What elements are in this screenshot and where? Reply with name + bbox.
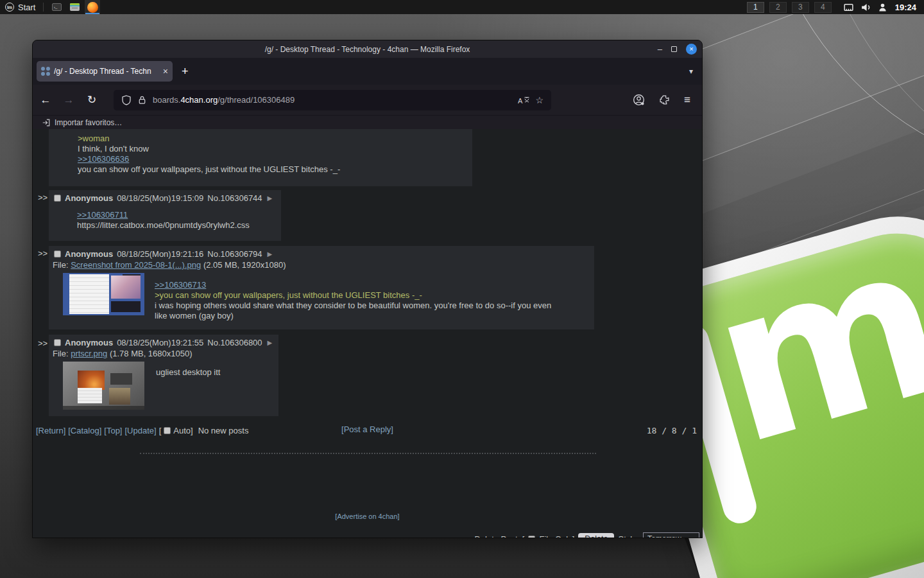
import-bookmarks-icon (42, 118, 51, 127)
account-icon[interactable] (633, 94, 645, 106)
workspace-button-4[interactable]: 4 (814, 2, 832, 13)
tab-desktop-thread[interactable]: /g/ - Desktop Thread - Techn × (37, 61, 173, 82)
post-checkbox[interactable] (54, 250, 61, 258)
post-menu-icon[interactable]: ▶ (268, 250, 273, 258)
new-tab-button[interactable]: + (182, 65, 189, 78)
user-icon[interactable] (878, 3, 887, 12)
top-link[interactable]: [Top] (104, 426, 122, 435)
minimize-button[interactable]: – (658, 46, 662, 53)
greentext-line: >woman (78, 134, 472, 144)
post-text: I think, I don't know (78, 144, 472, 154)
extensions-puzzle-icon[interactable] (659, 94, 670, 105)
update-link[interactable]: [Update] (124, 426, 156, 435)
auto-label: Auto] (173, 426, 193, 435)
clock[interactable]: 19:24 (895, 3, 916, 12)
post-thumbnail[interactable] (63, 273, 144, 315)
post-number[interactable]: No.106306800 (207, 338, 262, 347)
workspace-button-3[interactable]: 3 (792, 2, 809, 13)
catalog-link[interactable]: [Catalog] (68, 426, 101, 435)
style-select-value: Tomorrow (647, 534, 681, 538)
firefox-window: /g/ - Desktop Thread - Technology - 4cha… (32, 40, 703, 538)
post-menu-icon[interactable]: ▶ (268, 339, 273, 346)
volume-icon[interactable] (860, 3, 871, 12)
thread-page: >woman I think, I don't know >>106306636… (33, 129, 702, 538)
post-reply-106306794: Anonymous 08/18/25(Mon)19:21:16 No.10630… (49, 246, 594, 329)
post-checkbox[interactable] (54, 195, 61, 202)
post-number[interactable]: No.106306794 (207, 249, 262, 259)
post-number[interactable]: No.106306744 (207, 193, 262, 203)
thread-stats: 18 / 8 / 1 (647, 426, 697, 435)
navigation-toolbar: ← → ↻ boards.4chan.org/g/thread/10630648… (33, 85, 702, 115)
delete-button[interactable]: Delete (578, 533, 614, 538)
update-status: No new posts (198, 426, 249, 435)
tab-close-icon[interactable]: × (163, 66, 168, 76)
greentext-line: >you can show off your wallpapers, just … (155, 290, 565, 301)
auto-bracket: [ (159, 426, 162, 435)
post-text: you can show off your wallpapers, just w… (78, 164, 472, 175)
maximize-button[interactable] (671, 46, 677, 52)
thread-divider (140, 453, 596, 454)
lock-icon[interactable] (137, 95, 147, 105)
select-chevron-icon: ▾ (692, 536, 695, 539)
file-manager-icon (70, 3, 80, 11)
translate-icon[interactable]: A (518, 96, 529, 105)
file-only-checkbox[interactable] (528, 536, 535, 539)
taskbar-terminal-launcher[interactable]: ›_ (49, 0, 64, 14)
taskbar-firefox-launcher[interactable] (85, 0, 100, 14)
post-reply-106306744: Anonymous 08/18/25(Mon)19:15:09 No.10630… (49, 190, 281, 241)
post-text: https://litter.catbox.moe/0pnumtdys0rylw… (77, 220, 250, 231)
file-meta: (2.05 MB, 1920x1080) (203, 260, 286, 270)
window-titlebar[interactable]: /g/ - Desktop Thread - Technology - 4cha… (33, 40, 702, 58)
workspace-button-1[interactable]: 1 (747, 2, 764, 13)
network-icon[interactable] (843, 3, 854, 12)
post-datetime: 08/18/25(Mon)19:21:55 (117, 338, 203, 347)
post-text: ugliest desktop itt (156, 367, 220, 378)
poster-name: Anonymous (65, 249, 113, 259)
post-datetime: 08/18/25(Mon)19:21:16 (117, 249, 203, 259)
list-tabs-chevron-icon[interactable]: ▾ (689, 67, 693, 76)
advertise-link[interactable]: [Advertise on 4chan] (335, 512, 399, 520)
import-bookmarks-button[interactable]: Importar favoritos… (55, 118, 122, 127)
close-button[interactable]: × (686, 44, 697, 55)
back-button[interactable]: ← (39, 94, 52, 107)
thread-bottom-nav: [Return] [Catalog] [Top] [Update] [ Auto… (33, 426, 702, 437)
bookmark-star-icon[interactable]: ☆ (535, 95, 543, 105)
side-arrow: >> (38, 193, 47, 202)
taskbar-files-launcher[interactable] (67, 0, 82, 14)
window-title: /g/ - Desktop Thread - Technology - 4cha… (33, 45, 702, 54)
quote-link[interactable]: >>106306713 (155, 280, 206, 290)
file-link[interactable]: prtscr.png (71, 349, 107, 358)
start-label: Start (18, 3, 35, 12)
quote-link[interactable]: >>106306636 (78, 154, 129, 164)
taskbar: lm Start ›_ 1 2 3 4 19:24 (0, 0, 924, 14)
style-label: Style: (618, 534, 639, 539)
menu-hamburger-icon[interactable]: ≡ (684, 94, 690, 107)
post-checkbox[interactable] (54, 339, 61, 346)
forward-button[interactable]: → (62, 94, 75, 107)
terminal-icon: ›_ (52, 3, 62, 11)
shield-icon[interactable] (121, 95, 132, 105)
quote-link[interactable]: >>106306711 (77, 210, 128, 220)
side-arrow: >> (38, 338, 47, 348)
taskbar-separator (43, 3, 44, 12)
file-meta: (1.78 MB, 1680x1050) (110, 349, 193, 358)
post-text: i was hoping others would share what the… (155, 301, 565, 321)
post-a-reply-link[interactable]: [Post a Reply] (341, 425, 393, 434)
post-reply-106306800: Anonymous 08/18/25(Mon)19:21:55 No.10630… (49, 335, 278, 416)
post-menu-icon[interactable]: ▶ (268, 195, 273, 202)
post-datetime: 08/18/25(Mon)19:15:09 (117, 193, 203, 203)
post-thumbnail[interactable] (63, 362, 144, 410)
url-bar[interactable]: boards.4chan.org/g/thread/106306489 A ☆ (114, 90, 551, 110)
delete-post-label: Delete Post: [ (474, 534, 524, 539)
auto-update-checkbox[interactable] (164, 427, 171, 434)
reload-button[interactable]: ↻ (85, 93, 98, 107)
file-link[interactable]: Screenshot from 2025-08-1(...).png (71, 260, 201, 270)
bookmarks-toolbar: Importar favoritos… (33, 115, 702, 129)
return-link[interactable]: [Return] (36, 426, 65, 435)
file-label: File: (53, 349, 69, 358)
url-text: boards.4chan.org/g/thread/106306489 (153, 95, 512, 105)
svg-text:A: A (518, 96, 523, 104)
start-button[interactable]: lm Start (0, 0, 43, 14)
style-select[interactable]: Tomorrow ▾ (643, 532, 699, 538)
workspace-button-2[interactable]: 2 (769, 2, 787, 13)
